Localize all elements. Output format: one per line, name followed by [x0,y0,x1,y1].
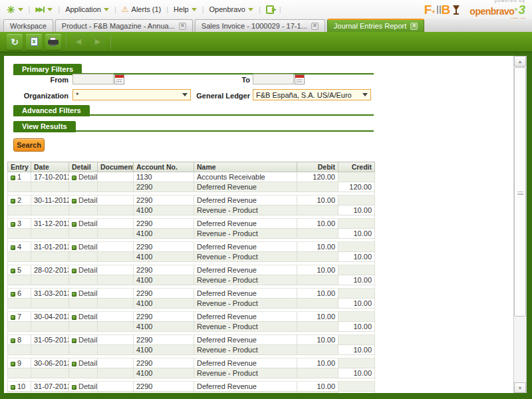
to-calendar-button[interactable] [295,74,305,84]
detail-link [69,182,98,192]
table-row: 4100Revenue - Product10.00 [8,252,375,262]
drilldown-icon[interactable] [11,222,15,227]
entry-cell [8,322,31,332]
drilldown-icon[interactable] [72,292,76,297]
drilldown-icon[interactable] [72,338,76,343]
tab-sales-invoice[interactable]: Sales Invoice - 1000029 - 17-1... ✕ [195,19,325,32]
name-cell: Revenue - Product [194,392,297,394]
entry-cell[interactable]: 9 [8,358,31,368]
detail-link-label[interactable]: Detail [78,382,97,390]
alerts-menu[interactable]: ⚠ Alerts (1) [122,5,161,13]
drilldown-icon[interactable] [11,362,15,366]
detail-link[interactable]: Detail [69,196,98,205]
detail-link-label[interactable]: Detail [78,196,97,204]
drilldown-icon[interactable] [11,315,15,320]
export-button[interactable]: x [26,34,42,50]
workspace-menu-button[interactable]: ✳ [7,5,23,15]
detail-link[interactable]: Detail [69,219,98,229]
detail-link [69,229,98,239]
detail-link-label[interactable]: Detail [78,359,97,367]
entry-cell[interactable]: 1 [8,172,31,182]
detail-link[interactable]: Detail [69,312,98,322]
document-cell [98,312,134,322]
print-button[interactable] [45,34,61,50]
tab-journal-entries-report[interactable]: Journal Entries Report ✕ [327,19,424,32]
detail-link[interactable]: Detail [69,265,98,275]
detail-link[interactable]: Detail [69,358,98,368]
back-button[interactable]: ◀ [70,34,86,50]
detail-link-label[interactable]: Detail [78,289,97,297]
close-icon[interactable]: ✕ [311,23,319,30]
drilldown-icon[interactable] [11,292,15,297]
debit-cell [297,275,338,285]
scrollbar-handle[interactable] [514,67,526,317]
entry-cell[interactable]: 10 [8,382,31,392]
organization-select[interactable]: * [72,89,191,100]
drilldown-icon[interactable] [72,385,76,390]
drilldown-icon[interactable] [11,199,15,203]
drilldown-icon[interactable] [72,176,76,180]
entry-cell[interactable]: 2 [8,196,31,205]
scroll-up-button[interactable]: ▲ [514,56,526,66]
to-date-input[interactable] [253,74,294,84]
detail-link[interactable]: Detail [69,242,98,252]
entry-cell[interactable]: 8 [8,335,31,345]
drilldown-icon[interactable] [11,245,15,250]
drilldown-icon[interactable] [72,269,76,273]
detail-link-label[interactable]: Detail [78,336,97,344]
general-ledger-select[interactable]: F&B España, S.A. US/A/Euro [253,89,371,100]
entry-cell[interactable]: 6 [8,289,31,299]
drilldown-icon[interactable] [72,222,76,227]
drilldown-icon[interactable] [72,245,76,250]
scroll-down-button[interactable]: ▼ [514,382,526,393]
detail-link[interactable]: Detail [69,382,98,392]
entry-cell[interactable]: 7 [8,312,31,322]
view-results-header[interactable]: View Results [13,121,76,132]
detail-link-label[interactable]: Detail [78,266,97,274]
vertical-scrollbar[interactable]: ▲ ▼ [513,56,527,393]
logout-button[interactable]: ▶ [266,5,274,14]
alert-warning-icon: ⚠ [122,5,129,13]
detail-link-label[interactable]: Detail [78,313,97,321]
close-icon[interactable]: ✕ [410,23,418,30]
detail-link[interactable]: Detail [69,289,98,299]
detail-link-label[interactable]: Detail [78,243,97,251]
quick-launch-menu-button[interactable]: ▶▶ [35,7,53,13]
drilldown-icon[interactable] [11,176,15,180]
refresh-button[interactable]: ↻ [7,34,23,50]
forward-button[interactable]: ▶ [90,34,106,50]
drilldown-icon[interactable] [11,338,15,343]
drilldown-icon[interactable] [11,269,15,273]
primary-filters-header[interactable]: Primary Filters [13,64,82,75]
to-label: To [177,76,250,84]
detail-link[interactable]: Detail [69,335,98,345]
application-menu[interactable]: Application [65,5,109,13]
drilldown-icon[interactable] [72,362,76,366]
from-calendar-button[interactable] [114,74,124,84]
entry-cell[interactable]: 4 [8,242,31,252]
detail-link[interactable]: Detail [69,172,98,182]
advanced-filters-header[interactable]: Advanced Filters [13,105,90,116]
date-cell: 30-11-2012 [31,196,69,205]
date-cell [31,368,69,378]
search-button[interactable]: Search [13,138,45,152]
column-header-name: Name [194,162,297,172]
drilldown-icon[interactable] [72,315,76,320]
detail-link-label[interactable]: Detail [78,173,97,181]
entry-cell[interactable]: 5 [8,265,31,275]
user-menu[interactable]: Openbravo [209,5,253,13]
from-date-input[interactable] [72,74,114,84]
drilldown-icon[interactable] [11,385,15,390]
debit-cell: 10.00 [297,335,338,345]
tab-product[interactable]: Product - F&B Magazine - Annua... ✕ [55,19,193,32]
detail-link-label[interactable]: Detail [78,219,97,227]
entry-cell[interactable]: 3 [8,219,31,229]
name-cell: Deferred Revenue [194,382,297,392]
entry-cell [8,345,31,355]
close-icon[interactable]: ✕ [179,23,186,30]
credit-cell [338,172,375,182]
help-menu[interactable]: Help [174,5,197,13]
name-cell: Revenue - Product [194,275,297,285]
tab-workspace[interactable]: Workspace [3,19,53,32]
drilldown-icon[interactable] [72,199,76,203]
